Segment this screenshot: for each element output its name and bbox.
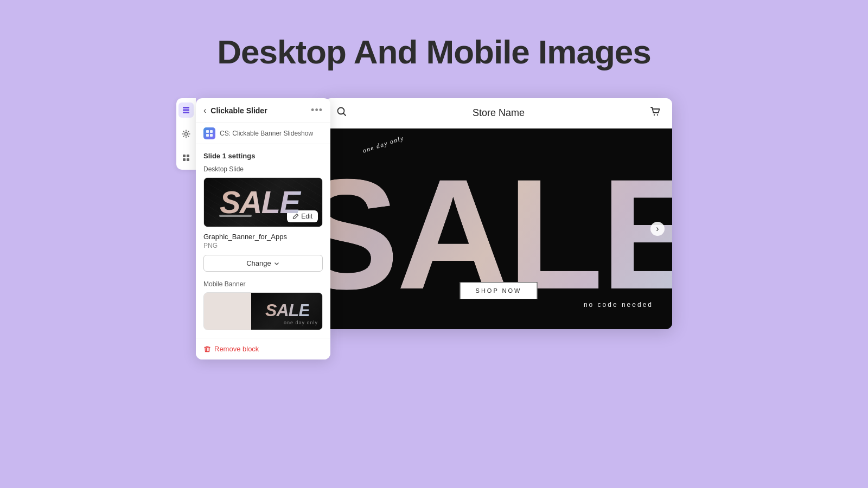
sidebar-settings-btn[interactable]	[178, 126, 194, 142]
file-name: Graphic_Banner_for_Apps	[203, 233, 323, 241]
no-code-needed-text: no code needed	[584, 301, 653, 309]
svg-rect-6	[183, 158, 186, 161]
panel-header: ‹ Clickable Slider •••	[196, 98, 330, 123]
next-arrow-button[interactable]: ›	[650, 222, 665, 236]
sidebar-layers-btn[interactable]	[178, 102, 194, 118]
svg-text:SALE: SALE	[265, 301, 309, 319]
ui-container: ‹ Clickable Slider ••• CS: Clickable Ban…	[196, 98, 672, 359]
mobile-preview-right: SALE SALE o	[251, 293, 322, 330]
svg-rect-9	[210, 130, 213, 133]
panel-subtitle: CS: Clickable Banner Slideshow	[220, 130, 313, 137]
page-title: Desktop And Mobile Images	[217, 33, 651, 71]
svg-rect-1	[183, 110, 189, 111]
svg-rect-0	[183, 107, 189, 108]
svg-rect-11	[210, 134, 213, 137]
sidebar-apps-btn[interactable]	[178, 150, 194, 165]
svg-rect-4	[183, 155, 186, 157]
panel-subtitle-row: CS: Clickable Banner Slideshow	[196, 123, 330, 144]
mobile-preview-left	[204, 293, 251, 330]
svg-point-19	[654, 114, 655, 115]
mobile-banner-section: Mobile Banner SALE	[203, 280, 323, 330]
back-button[interactable]: ‹	[203, 106, 206, 115]
mobile-banner-label: Mobile Banner	[203, 280, 323, 288]
svg-rect-10	[206, 134, 209, 137]
svg-point-20	[657, 114, 658, 115]
desktop-preview-area: SALE	[204, 178, 322, 227]
remove-block-button[interactable]: Remove block	[196, 338, 330, 359]
desktop-slide-label: Desktop Slide	[203, 165, 323, 173]
search-icon[interactable]	[336, 106, 348, 120]
browser-nav: Store Name	[325, 98, 672, 129]
change-button[interactable]: Change	[203, 255, 323, 272]
sidebar-panel: ‹ Clickable Slider ••• CS: Clickable Ban…	[196, 98, 330, 359]
store-name: Store Name	[473, 107, 525, 119]
panel-more-button[interactable]: •••	[311, 105, 323, 116]
svg-rect-5	[187, 155, 189, 157]
panel-body: Slide 1 settings Desktop Slide	[196, 144, 330, 338]
svg-point-3	[185, 133, 188, 136]
svg-rect-8	[206, 130, 209, 133]
svg-rect-7	[187, 158, 189, 161]
desktop-image-preview: SALE	[203, 177, 323, 227]
slide-settings-label: Slide 1 settings	[203, 152, 323, 160]
panel-title: Clickable Slider	[210, 106, 267, 115]
shop-now-button[interactable]: SHOP NOW	[460, 282, 538, 299]
sidebar-icon-strip	[176, 98, 196, 170]
sale-banner: SALE	[325, 129, 672, 329]
cart-icon[interactable]	[649, 106, 661, 120]
mobile-image-preview: SALE SALE o	[203, 292, 323, 330]
app-icon	[203, 127, 215, 139]
svg-rect-2	[183, 112, 189, 113]
svg-text:SALE: SALE	[220, 186, 301, 219]
remove-block-label: Remove block	[214, 345, 259, 353]
file-type: PNG	[203, 242, 323, 249]
panel-header-left: ‹ Clickable Slider	[203, 106, 267, 115]
browser-window: Store Name	[325, 98, 672, 329]
